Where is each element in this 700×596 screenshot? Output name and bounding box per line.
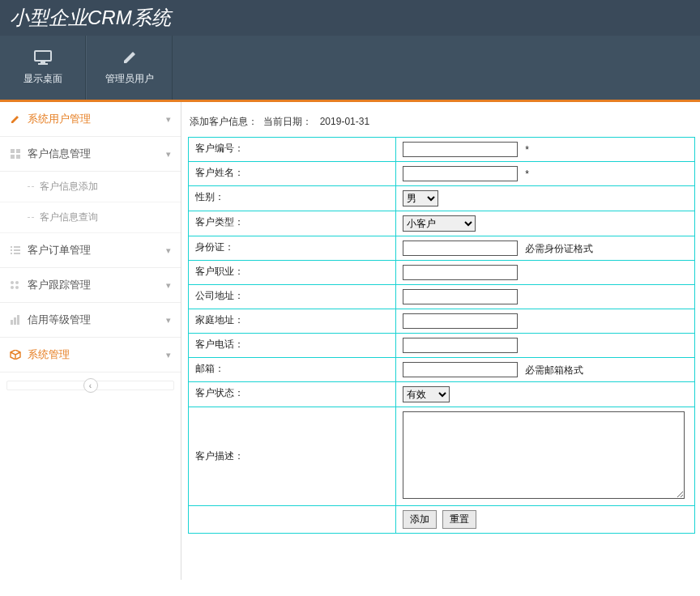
sidebar-collapse-button[interactable]: ‹ — [83, 378, 98, 393]
input-phone[interactable] — [403, 338, 518, 353]
sidebar-subitem-label: 客户信息添加 — [40, 181, 98, 192]
chevron-down-icon: ▾ — [166, 149, 171, 160]
grid-icon — [8, 148, 23, 160]
select-type[interactable]: 小客户 — [403, 215, 476, 232]
sidebar-subitem-customer-query[interactable]: 客户信息查询 — [0, 202, 181, 233]
sidebar-item-customer-info[interactable]: 客户信息管理 ▾ — [0, 137, 181, 172]
svg-point-13 — [11, 281, 14, 284]
svg-point-15 — [11, 286, 14, 289]
select-gender[interactable]: 男 — [403, 190, 438, 206]
chevron-down-icon: ▾ — [166, 315, 171, 326]
svg-rect-10 — [14, 249, 20, 251]
hint-required: * — [525, 144, 529, 155]
svg-rect-3 — [11, 149, 15, 153]
form-date-label: 当前日期： — [263, 116, 312, 127]
top-toolbar: 显示桌面 管理员用户 — [0, 36, 700, 102]
reset-button[interactable]: 重置 — [442, 510, 476, 529]
svg-rect-11 — [11, 253, 12, 254]
svg-rect-6 — [16, 155, 20, 159]
sidebar-item-label: 系统用户管理 — [28, 112, 166, 126]
sidebar: 系统用户管理 ▾ 客户信息管理 ▾ 客户信息添加 客户信息查询 客户订单管理 ▾ — [0, 102, 181, 580]
toolbar-show-desktop[interactable]: 显示桌面 — [0, 36, 86, 100]
sidebar-item-label: 客户跟踪管理 — [28, 278, 166, 292]
svg-rect-5 — [11, 155, 15, 159]
form-date-value: 2019-01-31 — [320, 116, 369, 127]
toolbar-label: 显示桌面 — [23, 72, 62, 86]
sidebar-collapse-bar: ‹ — [6, 381, 174, 390]
form-title-prefix: 添加客户信息： — [190, 116, 258, 127]
svg-rect-4 — [16, 149, 20, 153]
customer-form: 客户编号： * 客户姓名： * 性别： 男 — [188, 137, 695, 534]
submit-button[interactable]: 添加 — [403, 510, 437, 529]
sidebar-item-label: 客户信息管理 — [28, 147, 166, 161]
svg-rect-7 — [11, 246, 12, 248]
sidebar-item-tracking[interactable]: 客户跟踪管理 ▾ — [0, 268, 181, 303]
pencil-icon — [8, 113, 23, 125]
svg-rect-18 — [14, 317, 16, 325]
sidebar-item-system[interactable]: 系统管理 ▾ — [0, 338, 181, 372]
input-email[interactable] — [403, 362, 518, 377]
textarea-desc[interactable] — [403, 411, 685, 499]
monitor-icon — [33, 49, 53, 66]
label-customer-name: 客户姓名： — [189, 162, 396, 186]
toolbar-label: 管理员用户 — [105, 72, 154, 86]
label-email: 邮箱： — [189, 358, 396, 382]
hint-email: 必需邮箱格式 — [525, 364, 583, 376]
label-desc: 客户描述： — [189, 407, 396, 506]
form-title: 添加客户信息： 当前日期： 2019-01-31 — [188, 110, 695, 137]
pencil-icon — [122, 49, 138, 66]
sidebar-item-users[interactable]: 系统用户管理 ▾ — [0, 102, 181, 137]
label-customer-no: 客户编号： — [189, 138, 396, 162]
input-home-addr[interactable] — [403, 313, 518, 329]
input-customer-no[interactable] — [403, 142, 518, 157]
app-header: 小型企业CRM系统 — [0, 0, 700, 36]
label-phone: 客户电话： — [189, 334, 396, 358]
dots-icon — [8, 279, 23, 291]
label-occupation: 客户职业： — [189, 261, 396, 285]
svg-point-14 — [15, 281, 19, 284]
sidebar-subitem-label: 客户信息查询 — [40, 211, 98, 223]
sidebar-item-label: 信用等级管理 — [28, 313, 166, 327]
main-content: 添加客户信息： 当前日期： 2019-01-31 客户编号： * 客户姓名： * — [181, 102, 700, 580]
svg-rect-8 — [14, 246, 20, 248]
label-idcard: 身份证： — [189, 236, 396, 261]
sidebar-item-label: 系统管理 — [28, 347, 166, 362]
input-customer-name[interactable] — [403, 166, 518, 181]
input-company-addr[interactable] — [403, 289, 518, 304]
input-idcard[interactable] — [403, 241, 518, 256]
label-home-addr: 家庭地址： — [189, 309, 396, 334]
label-actions — [189, 506, 396, 534]
label-status: 客户状态： — [189, 382, 396, 407]
svg-point-16 — [15, 286, 19, 289]
chevron-left-icon: ‹ — [89, 381, 92, 390]
sidebar-subitem-customer-add[interactable]: 客户信息添加 — [0, 172, 181, 202]
chevron-down-icon: ▾ — [166, 350, 171, 360]
sidebar-item-credit[interactable]: 信用等级管理 ▾ — [0, 303, 181, 338]
input-occupation[interactable] — [403, 265, 518, 280]
toolbar-admin-user[interactable]: 管理员用户 — [87, 36, 173, 100]
hint-idcard: 必需身份证格式 — [525, 243, 593, 254]
sidebar-item-label: 客户订单管理 — [28, 243, 166, 258]
label-gender: 性别： — [189, 186, 396, 211]
sidebar-item-orders[interactable]: 客户订单管理 ▾ — [0, 233, 181, 268]
list-icon — [8, 245, 23, 256]
svg-rect-17 — [11, 320, 13, 325]
bars-icon — [8, 314, 23, 326]
svg-rect-9 — [11, 249, 12, 251]
svg-rect-1 — [41, 62, 45, 63]
chevron-down-icon: ▾ — [166, 280, 171, 291]
label-type: 客户类型： — [189, 211, 396, 236]
svg-rect-12 — [14, 253, 20, 254]
svg-rect-0 — [35, 51, 51, 61]
label-company-addr: 公司地址： — [189, 285, 396, 309]
svg-rect-19 — [17, 315, 19, 325]
app-title: 小型企业CRM系统 — [10, 5, 171, 31]
chevron-down-icon: ▾ — [166, 245, 171, 256]
svg-rect-2 — [38, 63, 48, 65]
box-icon — [8, 349, 23, 360]
chevron-down-icon: ▾ — [166, 114, 171, 125]
hint-required: * — [525, 168, 529, 180]
select-status[interactable]: 有效 — [403, 386, 450, 402]
